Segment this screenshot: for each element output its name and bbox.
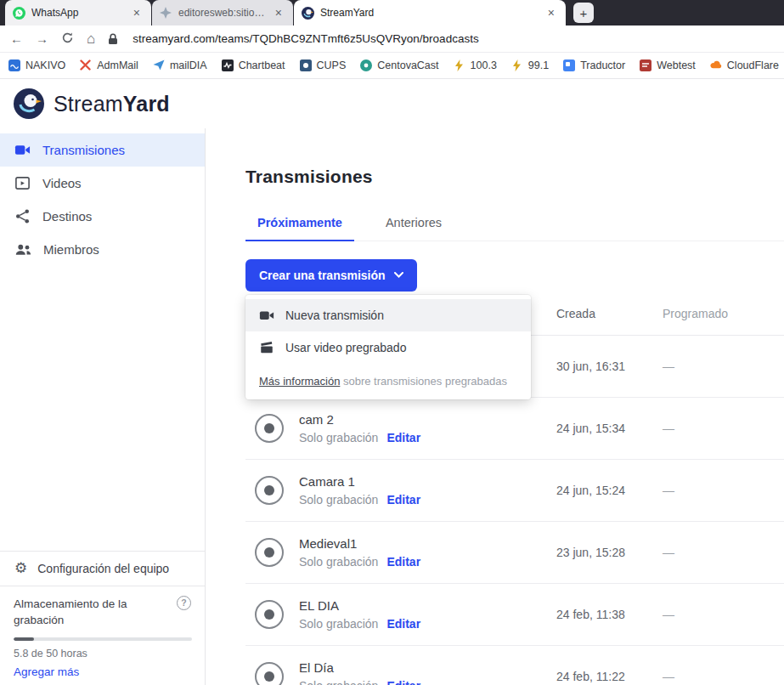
close-icon[interactable]: × xyxy=(544,5,558,20)
nakivo-icon xyxy=(8,59,20,71)
bookmark-centovacast[interactable]: CentovaCast xyxy=(360,59,438,71)
bookmark-99-1[interactable]: 99.1 xyxy=(511,59,549,71)
new-tab-button[interactable]: + xyxy=(573,3,594,23)
menu-item-video-pregrabado[interactable]: Usar video pregrabado xyxy=(245,331,531,364)
broadcast-tabs: Próximamente Anteriores xyxy=(245,216,784,241)
bookmark-cups[interactable]: CUPS xyxy=(300,59,347,71)
bookmark-traductor[interactable]: Traductor xyxy=(563,59,625,71)
broadcast-subtitle: Solo grabación xyxy=(299,431,378,444)
url-text[interactable]: streamyard.com/teams/TQDhBC9ZNTmft6z5UsQ… xyxy=(133,32,478,45)
bookmark-label: Chartbeat xyxy=(239,59,285,71)
main-content: Transmisiones Próximamente Anteriores Cr… xyxy=(206,128,784,685)
reload-icon[interactable] xyxy=(61,31,74,47)
menu-item-nueva-transmision[interactable]: Nueva transmisión xyxy=(245,299,531,331)
edit-link[interactable]: Editar xyxy=(386,617,420,631)
sidebar-item-label: Transmisiones xyxy=(42,143,125,157)
created-date: 24 jun, 15:24 xyxy=(556,484,663,497)
table-row[interactable]: Camara 1 Solo grabaciónEditar 24 jun, 15… xyxy=(245,460,784,522)
table-row[interactable]: cam 2 Solo grabaciónEditar 24 jun, 15:34… xyxy=(245,398,784,460)
storage-usage-text: 5.8 de 50 horas xyxy=(14,648,191,660)
browser-tab-streamyard-active[interactable]: StreamYard × xyxy=(294,0,566,25)
sidebar-item-transmisiones[interactable]: Transmisiones xyxy=(0,133,205,167)
bookmark-cloudflare[interactable]: CloudFlare xyxy=(710,59,779,71)
tab-proximamente[interactable]: Próximamente xyxy=(245,216,354,241)
back-icon[interactable]: ← xyxy=(10,31,23,46)
bookmark-webtest[interactable]: Webtest xyxy=(640,59,696,71)
tab-title: StreamYard xyxy=(320,7,539,19)
browser-tab-whatsapp[interactable]: WhatsApp × xyxy=(5,0,151,25)
create-broadcast-button[interactable]: Crear una transmisión xyxy=(245,259,417,292)
bolt-icon xyxy=(511,59,523,71)
column-header-programado: Programado xyxy=(663,307,784,320)
edit-link[interactable]: Editar xyxy=(386,555,420,569)
bolt-icon xyxy=(454,59,465,71)
record-icon xyxy=(255,538,284,567)
table-row[interactable]: Medieval1 Solo grabaciónEditar 23 jun, 1… xyxy=(245,522,784,584)
storage-title: Almacenamiento de la grabación xyxy=(14,596,149,629)
camera-icon xyxy=(14,142,31,158)
broadcast-title: Medieval1 xyxy=(299,536,420,551)
storage-section: Almacenamiento de la grabación ? 5.8 de … xyxy=(0,586,205,685)
sidebar-item-destinos[interactable]: Destinos xyxy=(0,200,205,233)
bookmark-maildia[interactable]: mailDIA xyxy=(153,59,207,71)
tab-anteriores[interactable]: Anteriores xyxy=(374,216,454,241)
maildia-icon xyxy=(153,59,165,71)
lock-icon[interactable] xyxy=(108,33,118,45)
created-date: 24 jun, 15:34 xyxy=(556,422,663,435)
layout: Transmisiones Videos Destinos Miembros ⚙… xyxy=(0,128,784,685)
storage-progress-fill xyxy=(14,637,34,641)
centovacast-icon xyxy=(360,59,372,71)
forward-icon[interactable]: → xyxy=(36,31,48,46)
record-icon xyxy=(255,414,284,443)
sidebar-item-miembros[interactable]: Miembros xyxy=(0,233,205,266)
sidebar: Transmisiones Videos Destinos Miembros ⚙… xyxy=(0,128,206,685)
browser-tab-editoresweb[interactable]: editoresweb:sitioweb:eldia.co × xyxy=(152,0,293,25)
home-icon[interactable]: ⌂ xyxy=(87,31,95,48)
menu-item-label: Nueva transmisión xyxy=(285,309,384,322)
scheduled-value: — xyxy=(663,359,784,373)
record-icon xyxy=(255,662,284,685)
broadcast-title: El Día xyxy=(299,660,420,675)
close-icon[interactable]: × xyxy=(130,5,144,20)
bookmark-label: mailDIA xyxy=(170,59,207,71)
whatsapp-icon xyxy=(13,7,25,20)
admmail-icon xyxy=(80,59,92,71)
bookmark-chartbeat[interactable]: Chartbeat xyxy=(222,59,285,71)
close-icon[interactable]: × xyxy=(272,5,285,20)
edit-link[interactable]: Editar xyxy=(386,679,420,685)
create-broadcast-dropdown: Nueva transmisión Usar video pregrabado … xyxy=(245,295,531,399)
editoresweb-icon xyxy=(160,7,172,20)
bookmark-admmail[interactable]: AdmMail xyxy=(80,59,138,71)
help-icon[interactable]: ? xyxy=(177,596,191,610)
created-date: 24 feb, 11:22 xyxy=(556,670,663,683)
cloudflare-icon xyxy=(710,59,722,71)
mas-informacion-link[interactable]: Más información xyxy=(259,375,340,388)
team-settings-label: Configuración del equipo xyxy=(37,562,169,575)
chevron-down-icon xyxy=(394,272,403,278)
team-settings-button[interactable]: ⚙ Configuración del equipo xyxy=(0,551,205,586)
bookmark-label: NAKIVO xyxy=(25,59,65,71)
bookmark-nakivo[interactable]: NAKIVO xyxy=(8,59,65,71)
edit-link[interactable]: Editar xyxy=(386,493,420,507)
create-broadcast-label: Crear una transmisión xyxy=(259,269,386,282)
table-row[interactable]: El Día Solo grabaciónEditar 24 feb, 11:2… xyxy=(245,646,784,685)
scheduled-value: — xyxy=(663,422,784,435)
column-header-creada: Creada xyxy=(556,307,663,320)
scheduled-value: — xyxy=(663,546,784,559)
streamyard-favicon-icon xyxy=(302,7,314,20)
scheduled-value: — xyxy=(663,608,784,621)
edit-link[interactable]: Editar xyxy=(386,431,420,444)
chartbeat-icon xyxy=(222,59,234,71)
bookmark-label: CUPS xyxy=(317,59,347,71)
menu-item-label: Usar video pregrabado xyxy=(285,341,406,354)
created-date: 30 jun, 16:31 xyxy=(556,359,663,373)
broadcast-subtitle: Solo grabación xyxy=(299,493,378,507)
add-more-link[interactable]: Agregar más xyxy=(14,665,191,678)
bookmarks-bar: NAKIVO AdmMail mailDIA Chartbeat CUPS Ce… xyxy=(0,53,784,79)
bookmark-label: AdmMail xyxy=(97,59,138,71)
sidebar-item-videos[interactable]: Videos xyxy=(0,167,205,200)
clapperboard-icon xyxy=(259,340,274,355)
bookmark-100-3[interactable]: 100.3 xyxy=(454,59,497,71)
bookmark-label: Traductor xyxy=(580,59,625,71)
table-row[interactable]: EL DIA Solo grabaciónEditar 24 feb, 11:3… xyxy=(245,584,784,646)
